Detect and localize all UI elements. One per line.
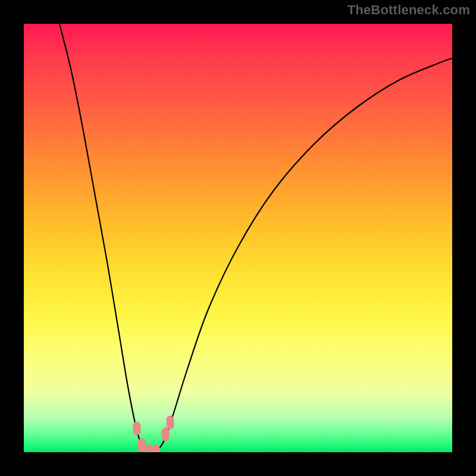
curve-marker: [138, 439, 145, 452]
curve-marker: [152, 444, 159, 452]
watermark-text: TheBottleneck.com: [347, 2, 470, 18]
plot-area: [24, 24, 452, 452]
curve-markers: [133, 416, 174, 452]
curve-marker: [145, 444, 152, 452]
curve-marker: [133, 422, 140, 435]
curve-marker: [167, 416, 174, 429]
bottleneck-curve: [24, 24, 452, 452]
curve-line: [60, 24, 452, 452]
curve-marker: [162, 428, 169, 441]
chart-container: TheBottleneck.com: [0, 0, 476, 476]
